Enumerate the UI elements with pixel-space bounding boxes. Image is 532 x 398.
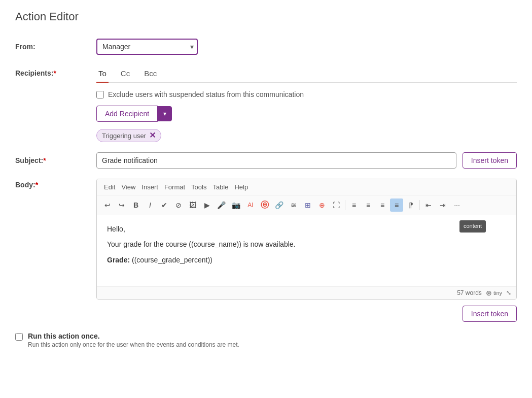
- from-select-wrapper: Manager Admin System ▾: [96, 39, 198, 55]
- body-line-2: Your grade for the course ((course_name)…: [107, 239, 506, 250]
- content-tooltip: content: [459, 220, 486, 233]
- add-recipient-caret-button[interactable]: ▾: [158, 106, 172, 121]
- add-recipient-group: Add Recipient ▾: [96, 106, 517, 122]
- tab-cc[interactable]: Cc: [119, 65, 132, 83]
- menu-format[interactable]: Format: [162, 182, 187, 192]
- body-line-3: Grade: ((course_grade_percent)): [107, 254, 506, 266]
- triggering-user-tag: Triggering user ✕: [96, 129, 161, 142]
- recipients-content: To Cc Bcc Exclude users with suspended s…: [96, 65, 517, 142]
- toolbar-separator-2: [419, 200, 420, 210]
- toolbar-embed[interactable]: ⓔ: [258, 198, 271, 212]
- toolbar-indent[interactable]: ⇥: [436, 198, 449, 212]
- toolbar-check[interactable]: ✔: [158, 198, 171, 212]
- body-grade-label: Grade:: [107, 256, 130, 264]
- bottom-actions: Insert token: [96, 306, 517, 322]
- toolbar-strikethrough[interactable]: ⊘: [172, 198, 185, 212]
- run-once-checkbox[interactable]: [15, 333, 23, 341]
- toolbar-special[interactable]: ≋: [287, 198, 300, 212]
- action-editor-page: Action Editor From: Manager Admin System…: [0, 0, 532, 398]
- from-row: From: Manager Admin System ▾: [15, 39, 517, 55]
- from-select[interactable]: Manager Admin System: [96, 39, 198, 55]
- tab-to[interactable]: To: [96, 65, 109, 83]
- menu-table[interactable]: Table: [210, 182, 230, 192]
- toolbar-align-left[interactable]: ≡: [347, 198, 361, 212]
- editor-footer: 57 words ⊛ tiny ⤡: [97, 286, 516, 299]
- toolbar-fullscreen[interactable]: ⛶: [330, 198, 343, 212]
- toolbar-rtl[interactable]: ⁋: [404, 198, 417, 212]
- recipients-tabs: To Cc Bcc: [96, 65, 517, 83]
- tab-bcc[interactable]: Bcc: [142, 65, 159, 83]
- word-count: 57 words: [457, 289, 482, 296]
- body-grade-value: ((course_grade_percent)): [130, 256, 212, 264]
- toolbar-more[interactable]: ···: [450, 198, 464, 212]
- menu-insert[interactable]: Insert: [139, 182, 160, 192]
- run-once-description: Run this action only once for the user w…: [28, 341, 239, 348]
- editor-resize-handle[interactable]: ⤡: [506, 289, 511, 296]
- menu-tools[interactable]: Tools: [189, 182, 208, 192]
- editor-content[interactable]: content Hello, Your grade for the course…: [97, 215, 516, 286]
- exclude-row: Exclude users with suspended status from…: [96, 90, 517, 98]
- toolbar-link[interactable]: 🔗: [272, 198, 286, 212]
- tiny-label: tiny: [493, 290, 502, 296]
- toolbar-italic[interactable]: I: [144, 198, 157, 212]
- toolbar-teams[interactable]: ⊞: [301, 198, 314, 212]
- toolbar-audio[interactable]: 🎤: [215, 198, 228, 212]
- tiny-logo: ⊛ tiny: [486, 289, 502, 297]
- triggering-user-label: Triggering user: [102, 132, 146, 140]
- subject-input-row: Insert token: [96, 152, 517, 169]
- subject-label: Subject:*: [15, 152, 96, 164]
- toolbar-undo[interactable]: ↩: [101, 198, 114, 212]
- subject-input[interactable]: [96, 152, 456, 169]
- toolbar-redo[interactable]: ↪: [115, 198, 128, 212]
- body-line-1: Hello,: [107, 223, 506, 235]
- run-once-label: Run this action once.: [28, 332, 239, 340]
- tag-remove-button[interactable]: ✕: [149, 131, 156, 140]
- editor-container: Edit View Insert Format Tools Table Help…: [96, 179, 517, 300]
- body-label: Body:*: [15, 179, 96, 189]
- toolbar-outdent[interactable]: ⇤: [422, 198, 435, 212]
- toolbar-image[interactable]: 🖼: [186, 198, 199, 212]
- subject-insert-token-button[interactable]: Insert token: [463, 152, 517, 169]
- exclude-checkbox[interactable]: [96, 91, 104, 98]
- body-content: Edit View Insert Format Tools Table Help…: [96, 179, 517, 322]
- toolbar-separator-1: [345, 200, 345, 210]
- toolbar-bold[interactable]: B: [129, 198, 143, 212]
- toolbar-align-center[interactable]: ≡: [362, 198, 375, 212]
- tiny-icon: ⊛: [486, 289, 492, 297]
- toolbar-video[interactable]: ▶: [200, 198, 214, 212]
- recipients-row: Recipients:* To Cc Bcc Exclude users wit…: [15, 65, 517, 142]
- exclude-label[interactable]: Exclude users with suspended status from…: [108, 90, 304, 98]
- run-once-text: Run this action once. Run this action on…: [28, 332, 239, 348]
- menu-help[interactable]: Help: [232, 182, 250, 192]
- run-once-row: Run this action once. Run this action on…: [15, 332, 517, 348]
- toolbar-align-right[interactable]: ≡: [376, 198, 389, 212]
- menu-edit[interactable]: Edit: [102, 182, 117, 192]
- from-label: From:: [15, 39, 96, 51]
- editor-menubar: Edit View Insert Format Tools Table Help: [97, 179, 516, 195]
- toolbar-webcam[interactable]: 📷: [229, 198, 243, 212]
- toolbar-ai[interactable]: AI: [244, 198, 257, 212]
- recipients-required: *: [53, 69, 56, 77]
- menu-view[interactable]: View: [119, 182, 137, 192]
- run-once-section: Run this action once. Run this action on…: [15, 332, 517, 348]
- toolbar-align-justify[interactable]: ≡: [390, 198, 403, 212]
- subject-content: Insert token: [96, 152, 517, 169]
- body-insert-token-button[interactable]: Insert token: [463, 306, 517, 322]
- recipients-label: Recipients:*: [15, 65, 96, 77]
- body-row: Body:* Edit View Insert Format Tools Tab…: [15, 179, 517, 322]
- from-content: Manager Admin System ▾: [96, 39, 517, 55]
- subject-row: Subject:* Insert token: [15, 152, 517, 169]
- editor-toolbar: ↩ ↪ B I ✔ ⊘ 🖼 ▶ 🎤 📷 AI ⓔ 🔗 ≋ ⊞ ⊕ ⛶: [97, 195, 516, 215]
- add-recipient-button[interactable]: Add Recipient: [96, 106, 158, 122]
- page-title: Action Editor: [15, 10, 517, 23]
- toolbar-google[interactable]: ⊕: [315, 198, 329, 212]
